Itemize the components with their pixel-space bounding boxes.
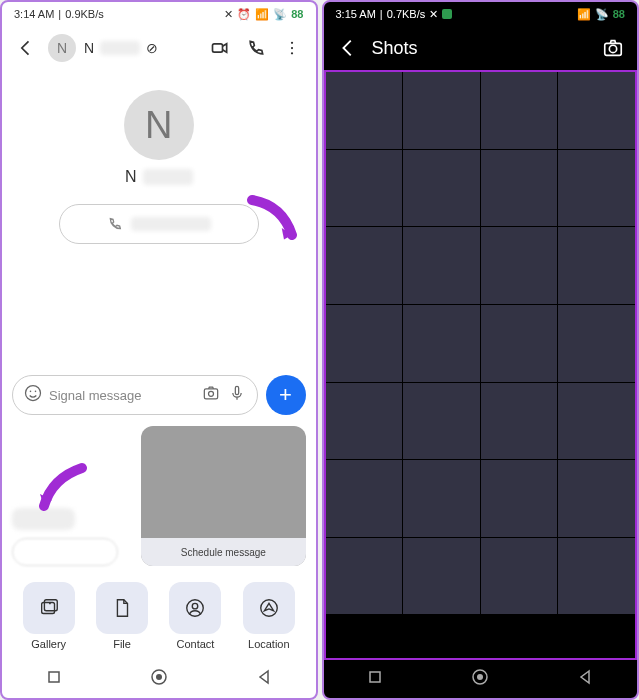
photo-thumbnail[interactable] [481,460,558,537]
photo-thumbnail[interactable] [403,150,480,227]
svg-point-18 [156,674,162,680]
attach-plus-button[interactable]: + [266,375,306,415]
nav-bar [2,660,316,698]
file-icon [96,582,148,634]
photo-thumbnail[interactable] [558,72,635,149]
battery-icon-r: 88 [613,8,625,20]
verified-icon: ⊘ [146,40,158,56]
voice-call-button[interactable] [242,34,270,62]
photo-thumbnail[interactable] [326,227,403,304]
chat-name[interactable]: N xxxx ⊘ [84,40,198,56]
photo-thumbnail[interactable] [481,72,558,149]
phone-left: 3:14 AM | 0.9KB/s ✕ ⏰ 📶 📡 88 N N xxxx ⊘ [0,0,318,700]
phone-right: 3:15 AM | 0.7KB/s ✕ 📶 📡 88 Shots [322,0,640,700]
camera-button[interactable] [599,34,627,62]
svg-point-3 [290,52,292,54]
status-speed: 0.9KB/s [65,8,104,20]
attach-contact[interactable]: Contact [169,582,221,650]
status-bar: 3:14 AM | 0.9KB/s ✕ ⏰ 📶 📡 88 [2,2,316,26]
mic-icon[interactable] [227,383,247,407]
photo-grid-wrap [324,70,638,660]
photo-thumbnail[interactable] [558,150,635,227]
alarm-icon: ⏰ [237,8,251,21]
nav-recent-icon[interactable] [46,669,62,689]
vibrate-icon: ✕ [224,8,233,21]
photo-thumbnail[interactable] [403,460,480,537]
message-input[interactable]: Signal message [12,375,258,415]
video-call-button[interactable] [206,34,234,62]
svg-rect-16 [49,672,59,682]
svg-rect-0 [212,44,222,52]
message-input-row: Signal message + [2,372,316,418]
attach-file[interactable]: File [96,582,148,650]
photo-thumbnail[interactable] [481,305,558,382]
photo-thumbnail[interactable] [403,72,480,149]
attachment-sheet: Schedule message Gallery File [2,418,316,660]
blurred-content [12,508,75,530]
svg-point-20 [609,45,616,52]
app-badge-icon [442,9,452,19]
photo-thumbnail[interactable] [326,305,403,382]
photo-thumbnail[interactable] [326,383,403,460]
svg-point-14 [193,603,199,609]
status-time-r: 3:15 AM [336,8,376,20]
gallery-icon [23,582,75,634]
back-button[interactable] [12,34,40,62]
photo-thumbnail[interactable] [481,383,558,460]
svg-point-12 [49,603,51,605]
nav-bar-right [324,660,638,698]
nav-recent-icon[interactable] [367,669,383,689]
photo-thumbnail[interactable] [403,227,480,304]
photo-thumbnail[interactable] [558,460,635,537]
photo-thumbnail[interactable] [481,150,558,227]
wifi-icon: 📡 [595,8,609,21]
photo-thumbnail[interactable] [403,305,480,382]
emoji-icon[interactable] [23,383,43,407]
photo-thumbnail[interactable] [403,383,480,460]
chat-body: N N xxxx xxxxxxx [2,70,316,372]
shots-title: Shots [372,38,590,59]
avatar-large[interactable]: N [124,90,194,160]
avatar-small[interactable]: N [48,34,76,62]
photo-thumbnail[interactable] [481,227,558,304]
camera-icon[interactable] [201,383,221,407]
photo-thumbnail[interactable] [558,227,635,304]
nav-home-icon[interactable] [471,668,489,690]
status-bar-right: 3:15 AM | 0.7KB/s ✕ 📶 📡 88 [324,2,638,26]
attachment-row: Gallery File Contact Location [12,576,306,652]
svg-point-4 [26,386,41,401]
attach-gallery[interactable]: Gallery [23,582,75,650]
shots-header: Shots [324,26,638,70]
photo-thumbnail[interactable] [558,305,635,382]
wifi-icon: 📡 [273,8,287,21]
attach-location[interactable]: Location [243,582,295,650]
menu-button[interactable] [278,34,306,62]
photo-thumbnail[interactable] [326,538,403,615]
back-button[interactable] [334,34,362,62]
contact-icon [169,582,221,634]
svg-rect-7 [204,389,217,399]
svg-point-1 [290,42,292,44]
photo-thumbnail[interactable] [558,383,635,460]
nav-home-icon[interactable] [150,668,168,690]
schedule-message-card[interactable]: Schedule message [141,426,305,566]
signal-icon: 📶 [577,8,591,21]
photo-thumbnail[interactable] [326,72,403,149]
photo-grid [326,72,636,614]
vibrate-icon: ✕ [429,8,438,21]
svg-rect-9 [235,386,238,394]
location-icon [243,582,295,634]
photo-thumbnail[interactable] [481,538,558,615]
nav-back-icon[interactable] [577,669,593,689]
svg-point-8 [208,391,213,396]
photo-thumbnail[interactable] [558,538,635,615]
svg-rect-21 [370,672,380,682]
call-pill-button[interactable]: xxxxxxx [59,204,259,244]
schedule-caption: Schedule message [141,538,305,566]
nav-back-icon[interactable] [256,669,272,689]
photo-thumbnail[interactable] [403,538,480,615]
photo-thumbnail[interactable] [326,150,403,227]
signal-icon: 📶 [255,8,269,21]
photo-thumbnail[interactable] [326,460,403,537]
svg-rect-11 [44,600,57,611]
